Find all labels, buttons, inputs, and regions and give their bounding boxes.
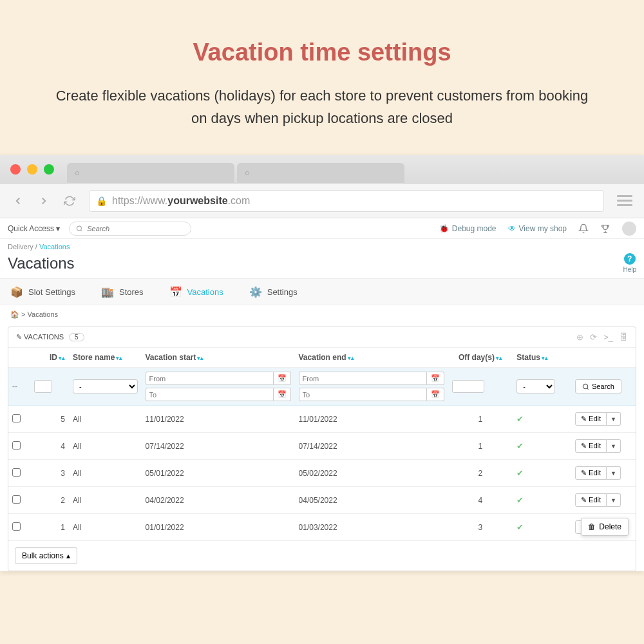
- filter-vstart-from[interactable]: [146, 372, 274, 385]
- calendar-icon[interactable]: 📅: [427, 372, 444, 385]
- calendar-icon[interactable]: 📅: [427, 388, 444, 401]
- filter-status[interactable]: -: [516, 379, 555, 393]
- address-bar: 🔒 https://www.yourwebsite.com: [0, 184, 644, 218]
- col-off[interactable]: Off day(s): [459, 353, 495, 362]
- close-window-icon[interactable]: [10, 164, 21, 175]
- search-button[interactable]: Search: [575, 379, 621, 393]
- edit-button[interactable]: ✎ Edit: [575, 493, 607, 507]
- admin-top-bar: Quick Access ▾ 🐞Debug mode 👁View my shop: [0, 218, 644, 239]
- row-checkbox[interactable]: [12, 522, 21, 531]
- count-badge: 5: [69, 333, 84, 341]
- row-checkbox[interactable]: [12, 468, 21, 477]
- edit-dropdown[interactable]: ▼: [607, 412, 621, 426]
- table-row[interactable]: 1All01/01/202201/03/2022 3✔ ✎ Edit▼: [8, 514, 636, 541]
- panel-title: ✎ VACATIONS: [16, 333, 64, 341]
- col-store[interactable]: Store name: [73, 353, 115, 362]
- check-icon: ✔: [516, 414, 524, 424]
- vacations-table: ID▾▴ Store name▾▴ Vacation start▾▴ Vacat…: [8, 348, 636, 541]
- forward-button[interactable]: [37, 194, 50, 207]
- check-icon: ✔: [516, 522, 524, 532]
- filter-id[interactable]: [34, 380, 52, 393]
- row-checkbox[interactable]: [12, 495, 21, 504]
- trophy-icon[interactable]: [600, 223, 611, 234]
- tab-slot-settings[interactable]: 📦Slot Settings: [10, 285, 75, 298]
- col-id[interactable]: ID: [50, 353, 57, 362]
- view-shop-link[interactable]: 👁View my shop: [508, 224, 567, 233]
- filter-vstart-to[interactable]: [146, 388, 274, 401]
- edit-dropdown[interactable]: ▼: [607, 439, 621, 453]
- lock-icon: 🔒: [96, 196, 107, 206]
- calendar-icon[interactable]: 📅: [274, 388, 291, 401]
- search-input[interactable]: [69, 222, 191, 236]
- trash-icon: 🗑: [588, 522, 596, 531]
- tab-vacations[interactable]: 📅Vacations: [169, 285, 223, 298]
- edit-dropdown[interactable]: ▼: [607, 466, 621, 480]
- eye-icon: 👁: [508, 224, 516, 233]
- filter-vend-from[interactable]: [299, 372, 427, 385]
- notifications-icon[interactable]: [578, 223, 589, 234]
- col-status[interactable]: Status: [516, 353, 540, 362]
- vacations-panel: ✎ VACATIONS 5 ⊕ ⟳ >_ 🗄 ID▾▴ Store name▾▴…: [8, 327, 636, 571]
- debug-mode-link[interactable]: 🐞Debug mode: [439, 224, 497, 233]
- back-button[interactable]: [12, 194, 24, 207]
- calendar-icon[interactable]: 📅: [274, 372, 291, 385]
- filter-off[interactable]: [452, 380, 484, 393]
- store-icon: 🏬: [101, 285, 114, 298]
- check-icon: ✔: [516, 441, 524, 451]
- browser-tab[interactable]: ○: [67, 163, 234, 184]
- table-row[interactable]: 4All07/14/202207/14/2022 1✔ ✎ Edit▼: [8, 433, 636, 460]
- check-icon: ✔: [516, 468, 524, 478]
- url-text: https://www.yourwebsite.com: [112, 195, 250, 207]
- maximize-window-icon[interactable]: [44, 164, 54, 175]
- table-row[interactable]: 3All05/01/202205/02/2022 2✔ ✎ Edit▼: [8, 460, 636, 487]
- export-icon[interactable]: 🗄: [620, 332, 628, 342]
- hamburger-menu-icon[interactable]: [617, 195, 632, 206]
- edit-dropdown[interactable]: ▼: [607, 493, 621, 507]
- edit-button[interactable]: ✎ Edit: [575, 466, 607, 480]
- help-icon: ?: [624, 253, 636, 265]
- search-icon: [76, 225, 83, 232]
- help-button[interactable]: ? Help: [623, 253, 636, 273]
- sql-icon[interactable]: >_: [603, 332, 613, 342]
- browser-tab[interactable]: ○: [237, 163, 404, 184]
- edit-button[interactable]: ✎ Edit: [575, 439, 607, 453]
- tab-stores[interactable]: 🏬Stores: [101, 285, 144, 298]
- tab-settings[interactable]: ⚙️Settings: [249, 285, 298, 298]
- table-row[interactable]: 5All11/01/202211/01/2022 1✔ ✎ Edit▼: [8, 406, 636, 433]
- search-field[interactable]: [87, 225, 184, 232]
- user-avatar[interactable]: [622, 222, 636, 236]
- reload-button[interactable]: [63, 194, 76, 207]
- dropdown-menu: 🗑 Delete: [581, 518, 629, 536]
- quick-access-dropdown[interactable]: Quick Access ▾: [8, 224, 60, 233]
- hero-subtitle: Create flexible vacations (holidays) for…: [52, 84, 592, 129]
- svg-line-3: [587, 388, 589, 390]
- table-row[interactable]: 2All04/02/202204/05/2022 4✔ ✎ Edit▼: [8, 487, 636, 514]
- breadcrumb: Delivery / Vacations: [0, 239, 644, 252]
- minimize-window-icon[interactable]: [27, 164, 37, 175]
- filter-vend-to[interactable]: [299, 388, 427, 401]
- browser-tab-bar: ○ ○: [0, 155, 644, 184]
- col-vstart[interactable]: Vacation start: [146, 353, 196, 362]
- add-icon[interactable]: ⊕: [576, 332, 583, 342]
- refresh-icon[interactable]: ⟳: [590, 332, 597, 342]
- url-input[interactable]: 🔒 https://www.yourwebsite.com: [89, 190, 604, 212]
- col-vend[interactable]: Vacation end: [299, 353, 346, 362]
- svg-line-1: [81, 230, 82, 231]
- page-title: Vacations: [8, 254, 75, 272]
- edit-button[interactable]: ✎ Edit: [575, 412, 607, 426]
- check-icon: ✔: [516, 495, 524, 505]
- box-icon: 📦: [10, 285, 23, 298]
- row-checkbox[interactable]: [12, 414, 21, 422]
- module-tabs: 📦Slot Settings 🏬Stores 📅Vacations ⚙️Sett…: [0, 278, 644, 305]
- delete-action[interactable]: Delete: [599, 522, 621, 531]
- svg-point-0: [77, 226, 82, 231]
- gear-icon: ⚙️: [249, 285, 262, 298]
- browser-window: ○ ○ 🔒 https://www.yourwebsite.com Quick …: [0, 155, 644, 571]
- filter-store[interactable]: -: [73, 379, 138, 393]
- row-checkbox[interactable]: [12, 441, 21, 450]
- bulk-actions-button[interactable]: Bulk actions ▴: [15, 547, 77, 564]
- svg-point-2: [583, 384, 587, 388]
- breadcrumb-link[interactable]: Vacations: [39, 243, 70, 251]
- bug-icon: 🐞: [439, 224, 449, 233]
- calendar-icon: 📅: [169, 285, 182, 298]
